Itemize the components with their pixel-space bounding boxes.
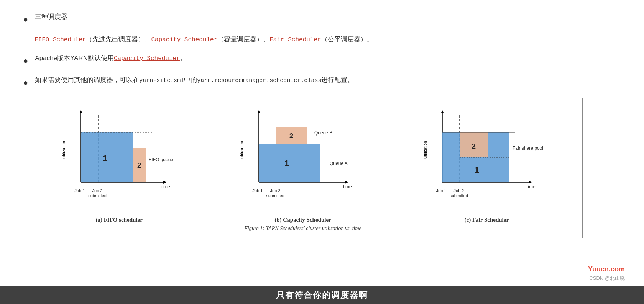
schedulers-line: FIFO Scheduler（先进先出调度器）、Capacity Schedul… <box>34 33 583 46</box>
svg-marker-35 <box>529 181 532 184</box>
svg-text:utilization: utilization <box>239 141 244 159</box>
svg-marker-3 <box>79 110 82 113</box>
fair-scheduler-label: Fair Scheduler <box>269 36 321 43</box>
svg-text:Job 2: Job 2 <box>454 188 464 193</box>
svg-text:1: 1 <box>284 159 289 168</box>
svg-text:submitted: submitted <box>266 193 284 198</box>
svg-text:utilization: utilization <box>61 141 66 159</box>
watermark-csdn: CSDN @北山晓 <box>589 275 625 282</box>
svg-text:Job 2: Job 2 <box>270 188 281 193</box>
bullet-text-3: 如果需要使用其他的调度器，可以在yarn-site.xml中的yarn.reso… <box>35 75 354 86</box>
svg-text:1: 1 <box>475 165 479 175</box>
svg-text:utilization: utilization <box>423 141 427 159</box>
bullet-dot-2: ● <box>23 54 28 68</box>
chart-b: utilization Queue A Queue B 1 <box>238 106 368 223</box>
chart-c: utilization Fair share pool 1 <box>421 106 552 223</box>
bullet2-suffix: 。 <box>180 54 187 62</box>
chart-a: utilization 1 2 FIFO queue t <box>54 106 184 223</box>
svg-text:2: 2 <box>472 142 476 150</box>
fair-cn: （公平调度器）。 <box>321 36 373 43</box>
svg-text:FIFO queue: FIFO queue <box>149 157 173 162</box>
bullet3-mid: 中的 <box>184 76 197 83</box>
diagrams-row: utilization 1 2 FIFO queue t <box>27 102 578 223</box>
figure-caption: Figure 1: YARN Schedulers' cluster utili… <box>27 226 578 232</box>
capacity-scheduler-label: Capacity Scheduler <box>151 36 217 43</box>
svg-text:Job 1: Job 1 <box>436 188 447 193</box>
chart-b-svg: utilization Queue A Queue B 1 <box>238 106 368 213</box>
bullet3-code1: yarn-site.xml <box>139 77 184 84</box>
chart-a-svg: utilization 1 2 FIFO queue t <box>60 106 179 213</box>
svg-marker-19 <box>257 110 260 113</box>
diagram-wrapper: utilization 1 2 FIFO queue t <box>23 98 583 238</box>
fifo-cn: （先进先出调度器）、 <box>86 36 151 43</box>
svg-text:submitted: submitted <box>450 193 468 198</box>
bullet-dot-3: ● <box>23 75 28 90</box>
bullet2-link[interactable]: Capacity Scheduler <box>114 55 180 62</box>
svg-text:2: 2 <box>137 162 141 169</box>
chart-a-title: (a) FIFO scheduler <box>95 217 142 223</box>
bullet2-prefix: Apache版本YARN默认使用 <box>35 54 114 62</box>
bullet3-suffix: 进行配置。 <box>321 76 354 83</box>
svg-text:time: time <box>161 184 170 190</box>
svg-text:Fair share pool: Fair share pool <box>513 145 543 151</box>
bullet-text-1: 三种调度器 <box>35 11 67 23</box>
chart-c-svg: utilization Fair share pool 1 <box>421 106 552 213</box>
svg-text:Job 1: Job 1 <box>74 188 85 193</box>
chart-c-title: (c) Fair Scheduler <box>465 217 509 223</box>
svg-text:time: time <box>527 184 536 190</box>
chart-b-title: (b) Capacity Scheduler <box>274 217 331 223</box>
svg-text:Queue B: Queue B <box>314 130 332 136</box>
svg-text:Job 1: Job 1 <box>253 188 263 193</box>
bullet-text-2: Apache版本YARN默认使用Capacity Scheduler。 <box>35 53 186 64</box>
svg-rect-22 <box>259 144 320 182</box>
svg-text:1: 1 <box>103 154 107 163</box>
bullet3-code2: yarn.resourcemanager.scheduler.class <box>197 77 321 84</box>
bottom-bar: 只有符合你的调度器啊 <box>0 286 644 304</box>
capacity-cn: （容量调度器）、 <box>217 36 269 43</box>
svg-text:time: time <box>343 184 352 190</box>
bullet-item-1: ● 三种调度器 <box>23 11 583 26</box>
bullet-item-2: ● Apache版本YARN默认使用Capacity Scheduler。 <box>23 53 583 68</box>
watermark-yuucn: Yuucn.com <box>588 265 625 273</box>
svg-marker-18 <box>345 181 348 184</box>
svg-text:submitted: submitted <box>88 193 107 198</box>
bullet3-prefix: 如果需要使用其他的调度器，可以在 <box>35 76 139 83</box>
bullet-item-3: ● 如果需要使用其他的调度器，可以在yarn-site.xml中的yarn.re… <box>23 75 583 90</box>
content-area: ● 三种调度器 FIFO Scheduler（先进先出调度器）、Capacity… <box>0 0 606 250</box>
svg-text:2: 2 <box>289 132 293 140</box>
svg-text:Job 2: Job 2 <box>92 188 102 193</box>
svg-marker-36 <box>441 110 444 113</box>
fifo-scheduler-label: FIFO Scheduler <box>34 36 86 43</box>
svg-text:Queue A: Queue A <box>330 161 348 166</box>
svg-marker-2 <box>163 181 166 184</box>
bullet-dot-1: ● <box>23 12 28 26</box>
